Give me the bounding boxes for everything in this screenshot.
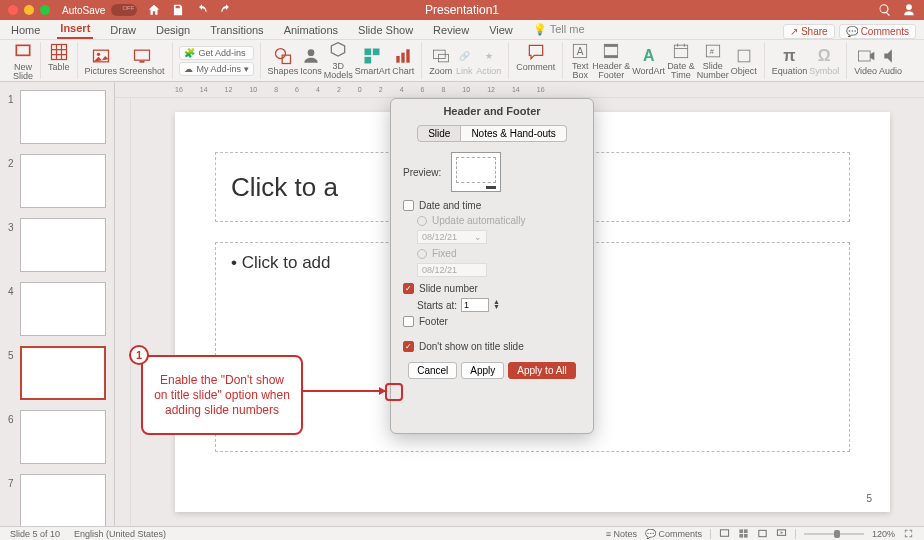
starts-at-input[interactable]	[461, 298, 489, 312]
new-slide-button[interactable]: New Slide	[13, 42, 33, 81]
3d-models-button[interactable]: 3D Models	[324, 41, 353, 80]
svg-rect-29	[744, 529, 748, 533]
footer-checkbox[interactable]	[403, 316, 414, 327]
icons-button[interactable]: Icons	[300, 46, 322, 76]
svg-rect-5	[139, 61, 144, 63]
apply-button[interactable]: Apply	[461, 362, 504, 379]
slide-thumbnail[interactable]	[20, 218, 106, 272]
zoom-button[interactable]: Zoom	[429, 46, 452, 76]
share-button[interactable]: ↗Share	[783, 24, 835, 39]
comment-button[interactable]: Comment	[516, 42, 555, 72]
sorter-view-icon[interactable]	[738, 528, 749, 539]
tab-review[interactable]: Review	[430, 22, 472, 39]
svg-rect-12	[397, 56, 400, 63]
date-time-button[interactable]: Date & Time	[667, 41, 695, 80]
slide-thumbnail[interactable]	[20, 282, 106, 336]
slide-thumbnail[interactable]	[20, 346, 106, 400]
close-window-icon[interactable]	[8, 5, 18, 15]
header-footer-dialog: Header and Footer Slide Notes & Hand-out…	[390, 98, 594, 434]
equation-button[interactable]: πEquation	[772, 46, 808, 76]
svg-rect-28	[739, 529, 743, 533]
svg-rect-10	[373, 48, 380, 55]
svg-rect-27	[720, 530, 728, 536]
save-icon[interactable]	[171, 3, 185, 17]
svg-rect-9	[365, 48, 372, 55]
svg-point-8	[308, 49, 315, 56]
cancel-button[interactable]: Cancel	[408, 362, 457, 379]
svg-rect-1	[51, 45, 66, 60]
pictures-button[interactable]: Pictures	[85, 46, 118, 76]
vertical-ruler	[115, 98, 131, 526]
tab-view[interactable]: View	[486, 22, 516, 39]
preview-label: Preview:	[403, 167, 441, 178]
dialog-tab-notes[interactable]: Notes & Hand-outs	[461, 125, 567, 142]
slide-number-button[interactable]: #Slide Number	[697, 41, 729, 80]
normal-view-icon[interactable]	[719, 528, 730, 539]
window-controls[interactable]	[8, 5, 50, 15]
svg-rect-25	[738, 50, 750, 62]
fit-to-window-icon[interactable]	[903, 528, 914, 539]
table-button[interactable]: Table	[48, 42, 70, 72]
smartart-button[interactable]: SmartArt	[355, 46, 391, 76]
shapes-button[interactable]: Shapes	[268, 46, 299, 76]
language-indicator[interactable]: English (United States)	[74, 529, 166, 539]
svg-rect-0	[16, 45, 29, 55]
video-button[interactable]: Video	[854, 46, 877, 76]
symbol-button[interactable]: ΩSymbol	[809, 46, 839, 76]
dont-show-title-checkbox[interactable]	[403, 341, 414, 352]
screenshot-button[interactable]: Screenshot	[119, 46, 165, 76]
search-icon[interactable]	[878, 3, 892, 17]
audio-button[interactable]: Audio	[879, 46, 902, 76]
dialog-tab-slide[interactable]: Slide	[417, 125, 461, 142]
presence-icon[interactable]	[902, 3, 916, 17]
slide-page-number: 5	[866, 493, 872, 504]
notes-toggle[interactable]: ≡ Notes	[606, 529, 637, 539]
svg-rect-4	[134, 50, 149, 60]
document-title: Presentation1	[425, 3, 499, 17]
tab-draw[interactable]: Draw	[107, 22, 139, 39]
comments-toggle[interactable]: 💬 Comments	[645, 529, 702, 539]
update-auto-radio[interactable]	[417, 216, 427, 226]
tab-insert[interactable]: Insert	[57, 20, 93, 39]
auto-date-dropdown[interactable]: 08/12/21⌄	[417, 230, 487, 244]
tab-slideshow[interactable]: Slide Show	[355, 22, 416, 39]
tab-animations[interactable]: Animations	[281, 22, 341, 39]
fixed-radio[interactable]	[417, 249, 427, 259]
slideshow-view-icon[interactable]	[776, 528, 787, 539]
comments-button[interactable]: 💬Comments	[839, 24, 916, 39]
text-box-button[interactable]: AText Box	[570, 41, 590, 80]
maximize-window-icon[interactable]	[40, 5, 50, 15]
slide-number-checkbox[interactable]	[403, 283, 414, 294]
minimize-window-icon[interactable]	[24, 5, 34, 15]
date-time-checkbox[interactable]	[403, 200, 414, 211]
svg-rect-14	[407, 49, 410, 62]
undo-icon[interactable]	[195, 3, 209, 17]
annotation-text: Enable the "Don't show on title slide" o…	[141, 355, 303, 435]
zoom-level[interactable]: 120%	[872, 529, 895, 539]
action-button[interactable]: ★Action	[476, 46, 501, 76]
slide-thumbnail-panel[interactable]: 1 2 3 4 5 6 7	[0, 82, 115, 526]
autosave-toggle[interactable]	[111, 4, 137, 16]
link-button[interactable]: 🔗Link	[454, 46, 474, 76]
object-button[interactable]: Object	[731, 46, 757, 76]
slide-thumbnail[interactable]	[20, 410, 106, 464]
my-addins-button[interactable]: ☁ My Add-ins ▾	[179, 62, 254, 76]
slide-thumbnail[interactable]	[20, 474, 106, 526]
fixed-date-field[interactable]: 08/12/21	[417, 263, 487, 277]
tab-transitions[interactable]: Transitions	[207, 22, 266, 39]
chart-button[interactable]: Chart	[392, 46, 414, 76]
tab-design[interactable]: Design	[153, 22, 193, 39]
svg-rect-11	[365, 56, 372, 63]
slide-thumbnail[interactable]	[20, 90, 106, 144]
zoom-slider[interactable]	[804, 533, 864, 535]
redo-icon[interactable]	[219, 3, 233, 17]
home-icon[interactable]	[147, 3, 161, 17]
tell-me-search[interactable]: 💡 Tell me	[530, 21, 588, 39]
reading-view-icon[interactable]	[757, 528, 768, 539]
get-addins-button[interactable]: 🧩 Get Add-ins	[179, 46, 254, 60]
wordart-button[interactable]: AWordArt	[632, 46, 665, 76]
header-footer-button[interactable]: Header & Footer	[592, 41, 630, 80]
apply-all-button[interactable]: Apply to All	[508, 362, 575, 379]
tab-home[interactable]: Home	[8, 22, 43, 39]
slide-thumbnail[interactable]	[20, 154, 106, 208]
